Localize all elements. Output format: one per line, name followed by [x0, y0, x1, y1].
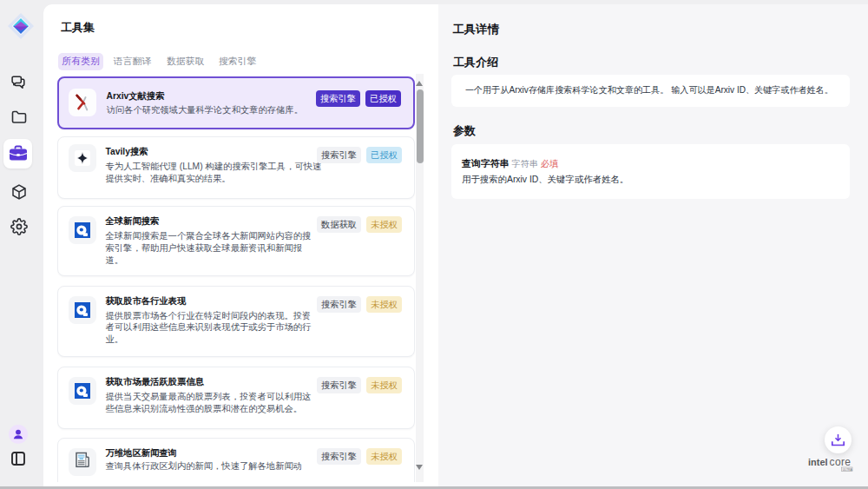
svg-text:intel: intel — [808, 457, 828, 467]
svg-text:core: core — [830, 456, 852, 468]
svg-text:ULTRA: ULTRA — [843, 468, 853, 472]
